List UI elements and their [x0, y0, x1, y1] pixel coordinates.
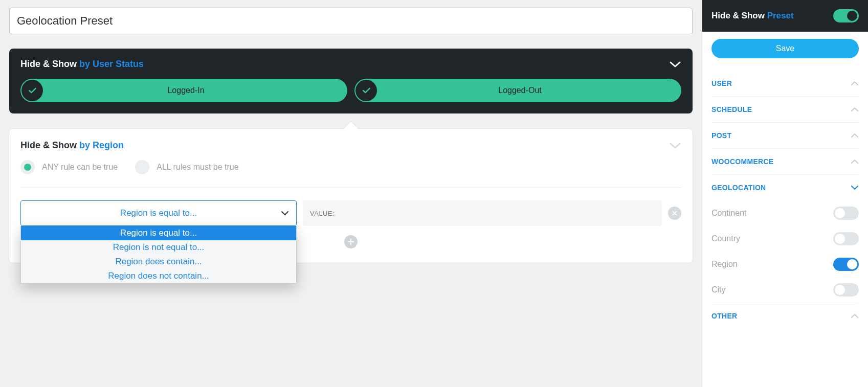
geo-continent: Continent — [711, 200, 859, 226]
chevron-down-icon[interactable] — [669, 61, 681, 68]
radio-icon — [20, 160, 35, 174]
save-button[interactable]: Save — [711, 39, 859, 58]
chevron-up-icon — [851, 131, 859, 140]
radio-icon — [135, 160, 149, 174]
remove-rule-button[interactable] — [668, 207, 681, 220]
panel-region-title: Hide & Show by Region — [20, 140, 124, 151]
title-prefix: Hide & Show — [20, 140, 77, 150]
preset-enabled-toggle[interactable] — [833, 9, 859, 22]
chevron-down-icon — [851, 183, 859, 192]
rule-row: Region is equal to... Region is equal to… — [20, 200, 681, 226]
title-suffix: by User Status — [79, 59, 144, 69]
chevron-up-icon — [851, 157, 859, 166]
city-toggle[interactable] — [833, 283, 859, 297]
sub-label: Country — [711, 234, 740, 243]
section-label: GEOLOCATION — [711, 184, 766, 192]
preset-name-input[interactable] — [9, 8, 693, 34]
section-label: WOOCOMMERCE — [711, 157, 774, 166]
sidebar-title-prefix: Hide & Show — [711, 11, 765, 20]
title-suffix: by Region — [79, 140, 124, 150]
status-label: Logged-In — [167, 86, 204, 95]
geo-city: City — [711, 277, 859, 303]
status-logged-in[interactable]: Logged-In — [20, 79, 347, 102]
sub-label: Region — [711, 260, 738, 269]
panel-user-status-title: Hide & Show by User Status — [20, 59, 144, 70]
panel-region: Hide & Show by Region ANY rule can be tr… — [9, 129, 693, 263]
status-label: Logged-Out — [498, 86, 542, 95]
sub-label: Continent — [711, 209, 747, 218]
region-toggle[interactable] — [833, 258, 859, 271]
check-icon — [355, 80, 377, 101]
mode-any[interactable]: ANY rule can be true — [20, 160, 118, 174]
section-geolocation[interactable]: GEOLOCATION — [711, 175, 859, 200]
status-logged-out[interactable]: Logged-Out — [354, 79, 681, 102]
section-label: POST — [711, 131, 731, 140]
continent-toggle[interactable] — [833, 207, 859, 220]
mode-all[interactable]: ALL rules must be true — [135, 160, 238, 174]
title-prefix: Hide & Show — [20, 59, 77, 69]
check-icon — [21, 80, 43, 101]
geo-country: Country — [711, 226, 859, 252]
section-schedule[interactable]: SCHEDULE — [711, 97, 859, 122]
section-label: SCHEDULE — [711, 105, 752, 113]
sub-label: City — [711, 285, 726, 294]
geo-region: Region — [711, 252, 859, 277]
mode-label: ALL rules must be true — [157, 163, 238, 172]
chevron-down-icon — [281, 208, 289, 218]
rule-operator-dropdown: Region is equal to... Region is not equa… — [20, 226, 297, 284]
mode-label: ANY rule can be true — [42, 163, 118, 172]
connector-arrow-icon — [343, 122, 359, 130]
dropdown-option[interactable]: Region is equal to... — [21, 226, 296, 240]
chevron-down-icon[interactable] — [669, 142, 681, 149]
dropdown-option[interactable]: Region is not equal to... — [21, 240, 296, 255]
chevron-up-icon — [851, 105, 859, 114]
sidebar-title-suffix: Preset — [767, 11, 794, 20]
add-rule-button[interactable] — [344, 235, 358, 248]
section-woocommerce[interactable]: WOOCOMMERCE — [711, 149, 859, 174]
section-label: OTHER — [711, 312, 738, 320]
chevron-up-icon — [851, 79, 859, 88]
panel-user-status: Hide & Show by User Status Logged-In Log… — [9, 49, 693, 113]
section-post[interactable]: POST — [711, 123, 859, 148]
dropdown-option[interactable]: Region does contain... — [21, 255, 296, 269]
section-label: USER — [711, 79, 732, 87]
rule-value-input[interactable] — [303, 200, 662, 226]
select-current-label: Region is equal to... — [120, 208, 197, 218]
country-toggle[interactable] — [833, 232, 859, 245]
rule-operator-select[interactable]: Region is equal to... — [20, 200, 297, 226]
chevron-up-icon — [851, 311, 859, 321]
sidebar: Hide & Show Preset Save USER SCHEDULE PO… — [702, 0, 868, 387]
dropdown-option[interactable]: Region does not contain... — [21, 269, 296, 283]
section-other[interactable]: OTHER — [711, 303, 859, 329]
section-user[interactable]: USER — [711, 71, 859, 96]
sidebar-header: Hide & Show Preset — [702, 0, 868, 32]
